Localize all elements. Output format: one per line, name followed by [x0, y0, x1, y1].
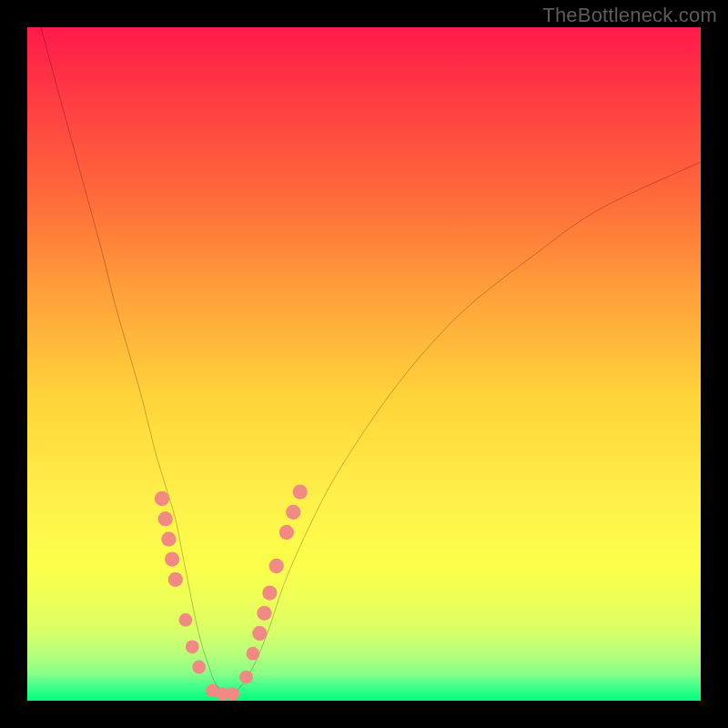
- data-marker: [226, 687, 239, 701]
- data-marker: [192, 661, 206, 674]
- data-marker: [257, 606, 271, 621]
- marker-layer: [155, 484, 308, 701]
- watermark-text: TheBottleneck.com: [542, 4, 717, 27]
- data-marker: [293, 484, 308, 499]
- data-marker: [262, 585, 277, 600]
- data-marker: [158, 511, 173, 526]
- data-marker: [239, 671, 253, 684]
- curve-layer: [41, 27, 701, 695]
- chart-svg: [27, 27, 701, 701]
- data-marker: [179, 613, 193, 627]
- plot-area: [27, 27, 701, 701]
- data-marker: [247, 647, 260, 661]
- data-marker: [252, 626, 267, 641]
- data-marker: [269, 559, 284, 573]
- data-marker: [155, 491, 169, 506]
- data-marker: [186, 640, 199, 653]
- bottleneck-curve: [41, 27, 701, 695]
- chart-frame: TheBottleneck.com: [0, 0, 728, 728]
- data-marker: [161, 531, 176, 546]
- data-marker: [286, 505, 300, 520]
- data-marker: [168, 572, 183, 587]
- data-marker: [279, 525, 294, 540]
- data-marker: [165, 551, 179, 566]
